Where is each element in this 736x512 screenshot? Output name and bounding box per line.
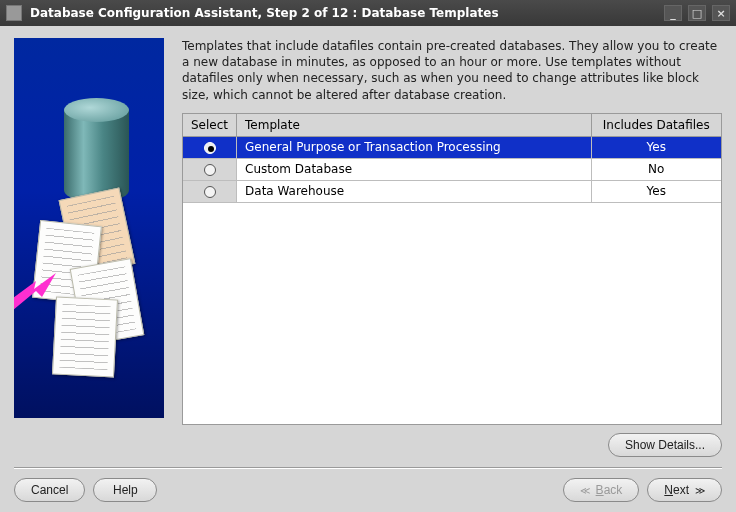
separator (14, 467, 722, 468)
wizard-footer: Cancel Help ≪ Back Next ≫ (14, 478, 722, 502)
main-row: Templates that include datafiles contain… (14, 38, 722, 461)
wizard-side-image (14, 38, 164, 418)
table-filler (183, 203, 721, 424)
template-radio-cell[interactable] (183, 180, 237, 202)
back-button[interactable]: ≪ Back (563, 478, 640, 502)
titlebar[interactable]: Database Configuration Assistant, Step 2… (0, 0, 736, 26)
radio-icon[interactable] (204, 164, 216, 176)
maximize-button[interactable]: □ (688, 5, 706, 21)
radio-icon[interactable] (204, 142, 216, 154)
template-includes-cell: Yes (591, 136, 721, 158)
template-name-cell: Data Warehouse (237, 180, 591, 202)
chevron-left-icon: ≪ (580, 485, 590, 496)
templates-table-container: Select Template Includes Datafiles Gener… (182, 113, 722, 425)
next-button[interactable]: Next ≫ (647, 478, 722, 502)
table-row[interactable]: Custom Database No (183, 158, 721, 180)
table-row[interactable]: Data Warehouse Yes (183, 180, 721, 202)
templates-table: Select Template Includes Datafiles Gener… (183, 114, 721, 203)
col-header-includes: Includes Datafiles (591, 114, 721, 137)
window-controls: _ □ × (664, 5, 730, 21)
template-radio-cell[interactable] (183, 158, 237, 180)
cancel-button[interactable]: Cancel (14, 478, 85, 502)
col-header-select: Select (183, 114, 237, 137)
intro-text: Templates that include datafiles contain… (182, 38, 722, 103)
close-button[interactable]: × (712, 5, 730, 21)
content-column: Templates that include datafiles contain… (182, 38, 722, 461)
table-row[interactable]: General Purpose or Transaction Processin… (183, 136, 721, 158)
window-title: Database Configuration Assistant, Step 2… (30, 6, 664, 20)
template-name-cell: General Purpose or Transaction Processin… (237, 136, 591, 158)
template-includes-cell: No (591, 158, 721, 180)
app-icon (6, 5, 22, 21)
back-button-label: Back (596, 483, 623, 497)
template-includes-cell: Yes (591, 180, 721, 202)
template-name-cell: Custom Database (237, 158, 591, 180)
chevron-right-icon: ≫ (695, 485, 705, 496)
radio-icon[interactable] (204, 186, 216, 198)
arrow-icon (14, 273, 56, 311)
document-icon (52, 296, 118, 377)
client-area: Templates that include datafiles contain… (0, 26, 736, 512)
show-details-button[interactable]: Show Details... (608, 433, 722, 457)
minimize-button[interactable]: _ (664, 5, 682, 21)
next-button-label: Next (664, 483, 689, 497)
svg-marker-0 (14, 273, 56, 311)
dbca-window: Database Configuration Assistant, Step 2… (0, 0, 736, 512)
help-button[interactable]: Help (93, 478, 157, 502)
details-row: Show Details... (182, 425, 722, 461)
template-radio-cell[interactable] (183, 136, 237, 158)
col-header-template: Template (237, 114, 591, 137)
table-header-row: Select Template Includes Datafiles (183, 114, 721, 137)
